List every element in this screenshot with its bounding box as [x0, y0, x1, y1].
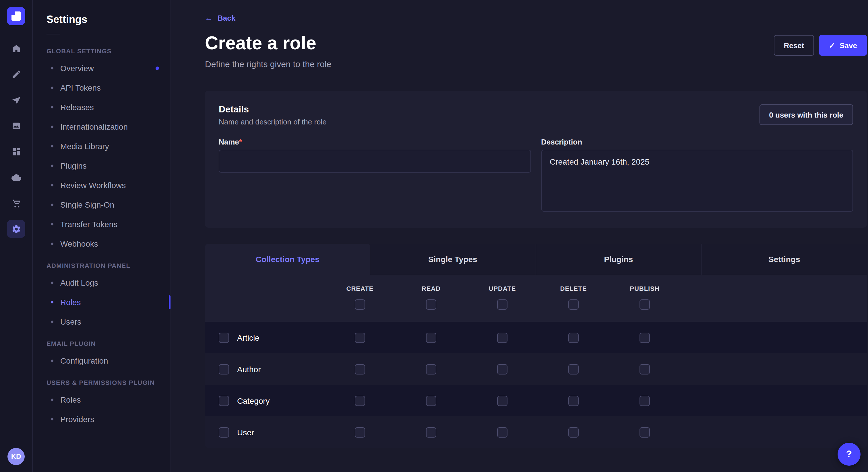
- sidebar-item-plugins[interactable]: Plugins: [33, 156, 170, 175]
- sidebar-item-webhooks[interactable]: Webhooks: [33, 234, 170, 254]
- sidebar-item-overview[interactable]: Overview: [33, 59, 170, 78]
- sidebar-item-roles[interactable]: Roles: [33, 293, 170, 312]
- home-icon[interactable]: [7, 39, 25, 57]
- tab-plugins[interactable]: Plugins: [536, 244, 702, 275]
- reset-button[interactable]: Reset: [774, 35, 814, 56]
- checkbox-article-delete[interactable]: [568, 332, 579, 343]
- permission-row-author: Author: [205, 353, 867, 385]
- select-all-publish-checkbox[interactable]: [640, 299, 650, 310]
- column-label-read: READ: [422, 285, 441, 292]
- column-label-publish: PUBLISH: [630, 285, 660, 292]
- checkbox-user-create[interactable]: [355, 427, 365, 437]
- icon-rail: KD: [0, 0, 33, 472]
- sidebar-item-media-library[interactable]: Media Library: [33, 136, 170, 156]
- save-button[interactable]: ✓ Save: [819, 35, 867, 56]
- save-label: Save: [840, 41, 857, 49]
- checkbox-user-all[interactable]: [219, 427, 229, 437]
- checkbox-category-delete[interactable]: [568, 396, 579, 406]
- sidebar-title: Settings: [33, 14, 170, 26]
- sidebar-item-label: Configuration: [60, 356, 108, 365]
- content-type-label: Article: [237, 333, 259, 342]
- bullet-dot: [51, 204, 53, 206]
- checkbox-user-update[interactable]: [497, 427, 507, 437]
- details-card: Details Name and description of the role…: [205, 91, 867, 228]
- media-library-images-icon[interactable]: [7, 116, 25, 135]
- help-button[interactable]: ?: [838, 443, 861, 466]
- checkbox-article-read[interactable]: [426, 332, 436, 343]
- check-icon: ✓: [829, 41, 835, 49]
- sidebar-item-configuration[interactable]: Configuration: [33, 351, 170, 370]
- role-name-input[interactable]: [219, 150, 531, 173]
- sidebar-item-label: Roles: [60, 395, 81, 404]
- checkbox-user-read[interactable]: [426, 427, 436, 437]
- checkbox-user-publish[interactable]: [640, 427, 650, 437]
- tab-settings[interactable]: Settings: [702, 244, 867, 275]
- checkbox-category-update[interactable]: [497, 396, 507, 406]
- users-with-role-button[interactable]: 0 users with this role: [759, 104, 853, 125]
- checkbox-author-create[interactable]: [355, 364, 365, 374]
- role-description-textarea[interactable]: Created January 16th, 2025: [541, 150, 853, 212]
- sidebar-item-providers[interactable]: Providers: [33, 409, 170, 429]
- checkbox-author-all[interactable]: [219, 364, 229, 374]
- section-label-users-permissions-plugin: USERS & PERMISSIONS PLUGIN: [33, 370, 170, 390]
- sidebar-item-transfer-tokens[interactable]: Transfer Tokens: [33, 214, 170, 234]
- sidebar-item-label: Internationalization: [60, 122, 128, 131]
- cloud-icon[interactable]: [7, 168, 25, 187]
- sidebar-item-label: Review Workflows: [60, 181, 126, 190]
- sidebar-item-label: Roles: [60, 298, 81, 307]
- settings-gear-icon[interactable]: [7, 220, 25, 238]
- marketplace-cart-icon[interactable]: [7, 194, 25, 212]
- required-asterisk: *: [239, 138, 242, 146]
- tab-collection-types[interactable]: Collection Types: [205, 244, 370, 275]
- bullet-dot: [51, 418, 53, 420]
- sidebar-item-label: Webhooks: [60, 239, 98, 248]
- checkbox-article-update[interactable]: [497, 332, 507, 343]
- select-all-update-checkbox[interactable]: [497, 299, 507, 310]
- checkbox-category-read[interactable]: [426, 396, 436, 406]
- sidebar-item-audit-logs[interactable]: Audit Logs: [33, 273, 170, 293]
- sidebar-item-users[interactable]: Users: [33, 312, 170, 332]
- checkbox-author-read[interactable]: [426, 364, 436, 374]
- sidebar-item-review-workflows[interactable]: Review Workflows: [33, 175, 170, 195]
- sidebar-item-internationalization[interactable]: Internationalization: [33, 117, 170, 136]
- releases-paper-plane-icon[interactable]: [7, 91, 25, 109]
- checkbox-author-update[interactable]: [497, 364, 507, 374]
- sidebar-item-label: Providers: [60, 415, 94, 424]
- sidebar-item-api-tokens[interactable]: API Tokens: [33, 78, 170, 98]
- checkbox-article-all[interactable]: [219, 332, 229, 343]
- sidebar-item-label: Transfer Tokens: [60, 220, 117, 229]
- user-avatar[interactable]: KD: [7, 448, 25, 465]
- back-link[interactable]: ← Back: [205, 14, 236, 22]
- page-title: Create a role: [205, 33, 331, 54]
- content-manager-pen-icon[interactable]: [7, 65, 25, 83]
- checkbox-category-all[interactable]: [219, 396, 229, 406]
- select-all-read-checkbox[interactable]: [426, 299, 436, 310]
- checkbox-author-delete[interactable]: [568, 364, 579, 374]
- sidebar-item-single-sign-on[interactable]: Single Sign-On: [33, 195, 170, 214]
- details-subtitle: Name and description of the role: [219, 117, 853, 126]
- checkbox-user-delete[interactable]: [568, 427, 579, 437]
- checkbox-category-create[interactable]: [355, 396, 365, 406]
- column-label-create: CREATE: [346, 285, 374, 292]
- checkbox-category-publish[interactable]: [640, 396, 650, 406]
- strapi-logo[interactable]: [7, 7, 25, 25]
- description-field-label: Description: [541, 138, 853, 146]
- app-window: KD Settings GLOBAL SETTINGS Overview API…: [0, 0, 868, 472]
- sidebar-item-releases[interactable]: Releases: [33, 98, 170, 117]
- bullet-dot: [51, 87, 53, 89]
- permissions-card: Collection Types Single Types Plugins Se…: [205, 244, 867, 448]
- permissions-header-row: CREATE READ UPDATE DELETE: [205, 275, 867, 322]
- sidebar-item-up-roles[interactable]: Roles: [33, 390, 170, 409]
- checkbox-article-publish[interactable]: [640, 332, 650, 343]
- checkbox-author-publish[interactable]: [640, 364, 650, 374]
- details-title: Details: [219, 104, 853, 115]
- select-all-create-checkbox[interactable]: [355, 299, 365, 310]
- content-type-builder-layout-icon[interactable]: [7, 142, 25, 161]
- permission-row-article: Article: [205, 322, 867, 353]
- tab-single-types[interactable]: Single Types: [370, 244, 536, 275]
- sidebar-item-label: Users: [60, 317, 81, 326]
- select-all-delete-checkbox[interactable]: [568, 299, 579, 310]
- bullet-dot: [51, 321, 53, 323]
- bullet-dot: [51, 165, 53, 167]
- checkbox-article-create[interactable]: [355, 332, 365, 343]
